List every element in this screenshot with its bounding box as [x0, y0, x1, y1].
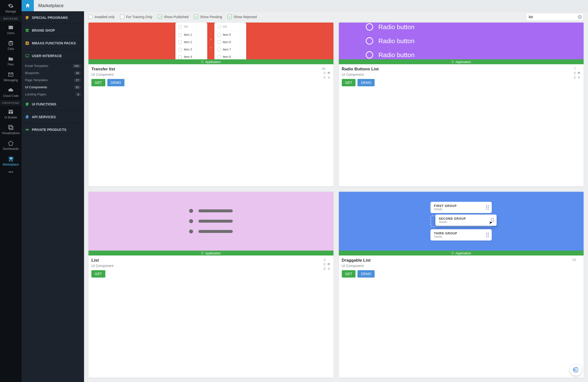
rail-marketplace[interactable]: Marketplace	[0, 153, 21, 169]
gears-icon	[25, 115, 29, 119]
sidebar-cat-private[interactable]: PRIVATE PRODUCTS	[21, 123, 84, 136]
rail-files[interactable]: Files	[0, 53, 21, 69]
card-stats: 3400	[322, 67, 331, 86]
rail-more[interactable]: •••	[9, 170, 13, 175]
plus-icon	[25, 41, 29, 45]
svg-rect-1	[9, 125, 12, 129]
svg-rect-5	[202, 61, 203, 63]
card-list: Application List UI Component GET 300	[88, 192, 334, 217]
sidebar-cat-api[interactable]: API SERVICES	[21, 111, 84, 123]
download-icon	[327, 67, 331, 70]
sidebar-item-blue[interactable]: Blueprints18	[21, 69, 84, 76]
rail-users[interactable]: Users	[0, 22, 21, 37]
rail-label: Manage	[5, 10, 16, 13]
filter-rejected[interactable]: Show Rejected	[228, 15, 257, 19]
chevron-left-icon: ‹	[210, 45, 211, 49]
rail-header-backend: BACKEND	[0, 16, 21, 22]
count-badge: 18	[74, 71, 81, 75]
count-badge: 4	[76, 93, 81, 96]
filter-pending[interactable]: Show Pending	[194, 15, 222, 19]
gears-icon	[25, 15, 29, 20]
filter-training[interactable]: For Training Only	[120, 15, 152, 19]
count-badge: 101	[73, 64, 81, 68]
rail-dashboards[interactable]: Dashboards	[0, 137, 21, 153]
demo-button[interactable]: DEMO	[107, 79, 125, 86]
card-grid: 0/4Item 1Item 2Item 3Item 4›‹0/4Item 5It…	[84, 22, 334, 217]
gears-icon	[25, 102, 29, 106]
rail-manage[interactable]: Manage	[0, 0, 21, 16]
sidebar-item-landing[interactable]: Landing Pages4	[21, 91, 84, 98]
sidebar-item-uicomp[interactable]: UI Components91	[21, 84, 84, 91]
shop-icon	[25, 28, 29, 33]
app-tag: Application	[88, 59, 334, 64]
get-button[interactable]: GET	[91, 79, 105, 86]
filter-installed[interactable]: Installed only	[88, 15, 115, 19]
rail-messaging[interactable]: Messaging	[0, 69, 21, 84]
card-title: Transfer list	[91, 67, 125, 72]
svg-point-0	[9, 41, 13, 43]
sidebar-cat-ui[interactable]: USER INTERFACE	[21, 49, 84, 62]
filter-bar: Installed only For Training Only Show Pu…	[84, 11, 334, 22]
monitor-icon	[25, 54, 29, 58]
sidebar-cat-mbaas[interactable]: MBAAS FUNCTION PACKS	[21, 37, 84, 49]
topbar	[84, 0, 334, 11]
rail-visualizations[interactable]: Visualizations	[0, 122, 21, 137]
star-icon	[327, 76, 331, 79]
handshake-icon	[25, 128, 29, 132]
sidebar: Marketplace SPECIAL PROGRAMSBRAND SHOPMB…	[21, 0, 84, 217]
filter-published[interactable]: Show Published	[158, 15, 189, 19]
rail-data[interactable]: Data	[0, 37, 21, 53]
rail-cloudcode[interactable]: Cloud Code	[0, 84, 21, 100]
sidebar-cat-special[interactable]: SPECIAL PROGRAMS	[21, 11, 84, 24]
sidebar-item-email[interactable]: Email Templates101	[21, 62, 84, 69]
chevron-right-icon: ›	[210, 37, 211, 41]
sidebar-top: Marketplace	[21, 0, 84, 11]
count-badge: 27	[74, 78, 81, 82]
rail-uibuilder[interactable]: UI Builder	[0, 106, 21, 122]
svg-rect-2	[10, 126, 13, 130]
page-title: Marketplace	[34, 3, 64, 8]
sidebar-cat-brand[interactable]: BRAND SHOP	[21, 24, 84, 37]
card-transfer: 0/4Item 1Item 2Item 3Item 4›‹0/4Item 5It…	[88, 22, 334, 186]
mobile-icon	[201, 60, 204, 64]
count-badge: 91	[74, 86, 81, 89]
svg-rect-4	[25, 54, 29, 57]
comment-icon	[327, 71, 331, 75]
sidebar-cat-uifn[interactable]: UI FUNCTIONS	[21, 98, 84, 111]
card-subtitle: UI Component	[91, 73, 125, 76]
nav-rail: Manage BACKEND Users Data Files Messagin…	[0, 0, 21, 217]
home-button[interactable]	[21, 0, 34, 11]
main: Installed only For Training Only Show Pu…	[84, 0, 334, 217]
home-icon	[25, 3, 30, 8]
sidebar-item-pagetpl[interactable]: Page Templates27	[21, 76, 84, 84]
rail-header-frontend: FRONTEND	[0, 100, 21, 106]
